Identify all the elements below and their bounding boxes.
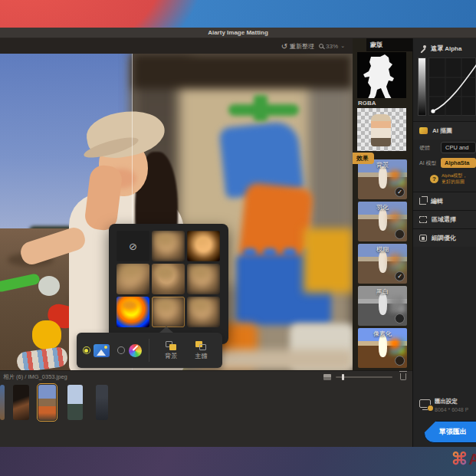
wallpaper-red-blob	[0, 0, 199, 28]
photo-thumbnail[interactable]	[13, 385, 29, 420]
effect-preview	[152, 231, 185, 261]
canvas-toolbar: ↺ 重新整理 33% ⌄	[0, 38, 353, 54]
logo-letter: A	[469, 451, 476, 468]
window-title: Aiarty Image Matting	[208, 29, 268, 36]
effect-option-posterize[interactable]	[117, 297, 149, 327]
rgba-thumbnail[interactable]	[357, 108, 406, 151]
effect-check-circle[interactable]: ✓	[395, 187, 405, 197]
effect-option-none[interactable]: ⊘	[117, 231, 149, 261]
effect-option-blur-medium[interactable]	[187, 264, 220, 294]
effect-layer-feather[interactable]: 羽化	[358, 202, 407, 241]
section-edit[interactable]: 編輯	[413, 192, 476, 210]
filmstrip-header: 相片 (6) / IMG_0353.jpeg	[0, 371, 412, 382]
effect-layer-label: 黑白	[358, 287, 407, 296]
desktop: ⌘A Aiarty Image Matting ↺ 重新整理 33% ⌄	[0, 0, 476, 476]
aiarty-logo: ⌘A	[451, 449, 476, 469]
image-fill-radio[interactable]	[83, 346, 90, 354]
section-region-select[interactable]: 區域選擇	[413, 210, 476, 228]
filmstrip-thumbnails	[0, 385, 412, 423]
refresh-button[interactable]: ↺ 重新整理	[281, 42, 314, 51]
ai-matting-icon	[419, 127, 428, 134]
thumbnail-size-icon	[323, 374, 331, 380]
edit-label: 編輯	[431, 197, 443, 205]
fine-tune-label: 細調優化	[432, 234, 456, 242]
effect-option-blur-strong[interactable]	[187, 297, 220, 327]
effect-preview	[152, 264, 185, 294]
titlebar[interactable]: Aiarty Image Matting	[0, 28, 476, 38]
toy-white-cup	[38, 276, 60, 296]
rgba-label: RGBA	[358, 100, 376, 107]
color-wheel-icon[interactable]	[129, 344, 142, 357]
effect-check-circle[interactable]: ✓	[395, 271, 405, 281]
section-ai-matting[interactable]: AI 摳圖	[413, 121, 476, 140]
layers-column: 蒙版 RGBA 效果 背景 ✓ 羽化	[353, 38, 412, 370]
section-fine-tune[interactable]: 細調優化	[413, 228, 476, 247]
effect-preview	[187, 231, 220, 261]
photo-thumbnail-selected[interactable]	[38, 385, 56, 420]
photo-green-propeller-stem	[254, 95, 268, 121]
hardware-row: 硬體 CPU and	[413, 140, 476, 156]
photo-thumbnail[interactable]	[67, 385, 83, 420]
hardware-select[interactable]: CPU and	[441, 142, 476, 153]
zoom-control[interactable]: 33% ⌄	[319, 43, 345, 50]
subject-button[interactable]: 主體	[186, 341, 216, 360]
effect-layer-label: 模糊	[358, 245, 407, 254]
background-icon	[166, 341, 176, 350]
background-button[interactable]: 背景	[156, 341, 186, 360]
help-icon[interactable]: ?	[430, 175, 438, 183]
photo-thumbnail[interactable]	[96, 385, 108, 420]
effect-option-blur-light[interactable]	[152, 231, 185, 261]
refresh-label: 重新整理	[290, 42, 314, 51]
canvas[interactable]: ⊘ 強度 50	[0, 54, 353, 370]
effect-layer-blur[interactable]: 模糊 ✓	[358, 244, 407, 284]
alpha-curve-editor	[413, 57, 476, 116]
effect-option-noise[interactable]	[187, 231, 220, 261]
photo-thumbnail[interactable]	[0, 385, 5, 420]
effect-layer-bw[interactable]: 黑白	[358, 286, 407, 326]
model-hint: Alpha模型，更好的摳圖	[442, 172, 467, 185]
effect-check-circle[interactable]	[395, 356, 405, 366]
export-texts: 匯出設定 8064 * 6048 P	[435, 398, 468, 412]
effects-grid: ⊘	[117, 231, 221, 327]
export-resolution: 8064 * 6048 P	[435, 407, 468, 412]
mask-thumbnail[interactable]	[357, 52, 406, 98]
model-select[interactable]: AlphaSta	[441, 158, 476, 168]
effect-option-original[interactable]	[152, 264, 185, 294]
crop-icon	[419, 198, 426, 205]
settings-panel: 遮罩 Alpha AI 摳圖	[412, 38, 476, 447]
effect-check-circle[interactable]	[395, 314, 405, 323]
effect-layer-pixelate[interactable]: 像素化	[358, 328, 407, 368]
filmstrip: 相片 (6) / IMG_0353.jpeg	[0, 370, 412, 447]
thumbnail-size-handle[interactable]	[342, 374, 344, 380]
effect-preview	[187, 297, 220, 327]
chevron-down-icon: ⌄	[340, 43, 345, 49]
effect-layer-background[interactable]: 背景 ✓	[358, 159, 407, 199]
color-fill-radio[interactable]	[117, 346, 125, 354]
curve-canvas[interactable]	[428, 57, 476, 116]
refresh-icon: ↺	[281, 42, 287, 51]
photo-dark-top	[133, 54, 353, 89]
region-select-label: 區域選擇	[432, 215, 456, 224]
effect-preview	[152, 297, 185, 327]
popup-anchor-arrow	[159, 327, 173, 333]
effect-check-circle[interactable]	[395, 229, 405, 239]
none-icon: ⊘	[129, 241, 137, 252]
thumbnail-size-slider[interactable]	[336, 376, 392, 378]
matting-toolbar: 背景 主體	[77, 333, 222, 368]
effect-preview	[187, 264, 220, 294]
export-settings[interactable]: 匯出設定 8064 * 6048 P	[413, 398, 476, 412]
mask-alpha-header: 遮罩 Alpha	[413, 38, 476, 57]
wallpaper-top	[0, 0, 476, 28]
filmstrip-controls	[323, 373, 406, 380]
trash-icon[interactable]	[400, 373, 406, 380]
export-button[interactable]: 單張匯出	[424, 421, 476, 443]
image-fill-icon[interactable]	[94, 344, 110, 357]
model-row: AI 模型 AlphaSta	[413, 156, 476, 170]
effect-option-motion-blur[interactable]	[117, 264, 149, 294]
ai-matting-title: AI 摳圖	[432, 126, 452, 135]
app-window: ↺ 重新整理 33% ⌄	[0, 38, 476, 447]
effect-option-selected[interactable]	[152, 297, 185, 327]
export-title: 匯出設定	[435, 398, 468, 405]
mask-header: 蒙版	[366, 38, 412, 51]
eyedropper-icon	[419, 45, 426, 52]
